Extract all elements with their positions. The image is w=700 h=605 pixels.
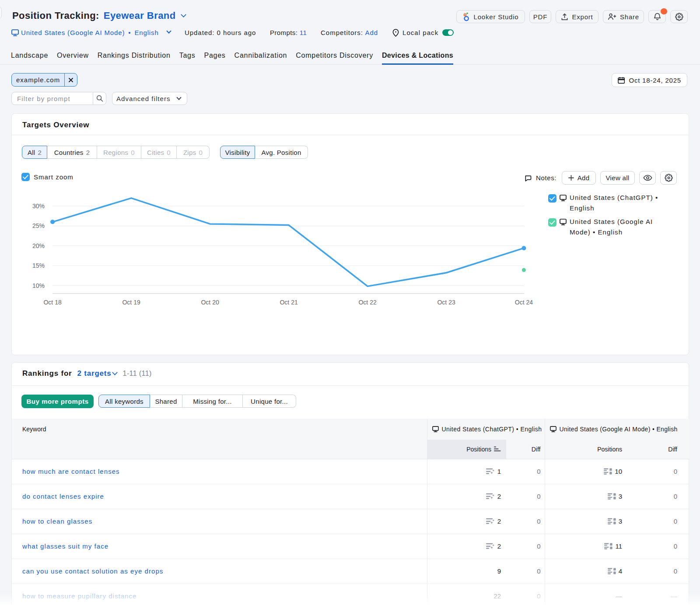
svg-text:15%: 15% xyxy=(32,262,45,269)
svg-text:Oct 22: Oct 22 xyxy=(358,299,376,306)
svg-text:Oct 24: Oct 24 xyxy=(515,299,533,306)
svg-text:20%: 20% xyxy=(32,242,45,249)
svg-text:30%: 30% xyxy=(32,203,45,210)
svg-text:Oct 21: Oct 21 xyxy=(280,299,298,306)
svg-text:10%: 10% xyxy=(32,282,45,289)
svg-text:Oct 19: Oct 19 xyxy=(122,299,140,306)
svg-text:Oct 23: Oct 23 xyxy=(437,299,455,306)
svg-text:Oct 20: Oct 20 xyxy=(201,299,219,306)
svg-text:Oct 18: Oct 18 xyxy=(43,299,61,306)
svg-text:25%: 25% xyxy=(32,222,45,229)
